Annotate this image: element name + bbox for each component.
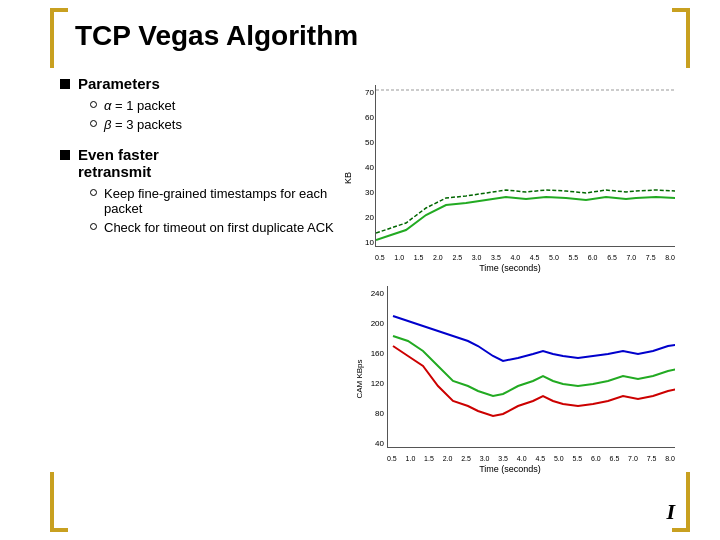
sub-bullet-circle-3 [90, 189, 97, 196]
sub-bullet-circle-1 [90, 101, 97, 108]
ytick: 60 [365, 113, 374, 122]
bullet-square-2 [60, 150, 70, 160]
ytick2: 80 [375, 409, 384, 418]
ytick2: 40 [375, 439, 384, 448]
retransmit-item-2: Check for timeout on first duplicate ACK [90, 220, 360, 235]
section-parameters-header: Parameters [60, 75, 360, 92]
ytick: 30 [365, 188, 374, 197]
chart2-svg [388, 286, 675, 447]
param-beta: β = 3 packets [90, 117, 360, 132]
bracket-top-right [672, 8, 690, 68]
bullet-square-1 [60, 79, 70, 89]
ytick2: 120 [371, 379, 384, 388]
chart2-xticks: 0.5 1.0 1.5 2.0 2.5 3.0 3.5 4.0 4.5 5.0 … [387, 455, 675, 462]
chart2-inner [387, 286, 675, 448]
ytick: 70 [365, 88, 374, 97]
sub-bullet-circle-2 [90, 120, 97, 127]
ytick: 50 [365, 138, 374, 147]
param-alpha: α = 1 packet [90, 98, 360, 113]
chart1-xticks: 0.5 1.0 1.5 2.0 2.5 3.0 3.5 4.0 4.5 5.0 … [375, 254, 675, 261]
ytick2: 240 [371, 289, 384, 298]
bracket-bottom-left [50, 472, 68, 532]
ytick: 20 [365, 213, 374, 222]
chart-kb: KB 70 60 50 40 30 20 10 0.5 1.0 [340, 80, 680, 275]
chart1-svg [376, 85, 675, 246]
chart1-inner [375, 85, 675, 247]
chart1-xlabel: Time (seconds) [479, 263, 541, 273]
bracket-top-left [50, 8, 68, 68]
sub-bullet-circle-4 [90, 223, 97, 230]
ytick2: 200 [371, 319, 384, 328]
charts-area: KB 70 60 50 40 30 20 10 0.5 1.0 [340, 80, 680, 476]
chart-cam: CAM KBps 240 200 160 120 80 40 0.5 1.0 [340, 281, 680, 476]
main-content: Parameters α = 1 packet β = 3 packets Ev… [60, 75, 360, 249]
ytick: 10 [365, 238, 374, 247]
footer-icon: I [666, 499, 675, 525]
ytick2: 160 [371, 349, 384, 358]
section-retransmit: Even fasterretransmit Keep fine-grained … [60, 146, 360, 235]
chart2-ylabel: CAM KBps [355, 359, 364, 398]
chart1-ylabel: KB [343, 171, 353, 183]
chart2-xlabel: Time (seconds) [479, 464, 541, 474]
retransmit-item-1: Keep fine-grained timestamps for each pa… [90, 186, 360, 216]
retransmit-sub-bullets: Keep fine-grained timestamps for each pa… [90, 186, 360, 235]
page-title: TCP Vegas Algorithm [75, 20, 358, 52]
section-parameters: Parameters α = 1 packet β = 3 packets [60, 75, 360, 132]
ytick: 40 [365, 163, 374, 172]
parameters-sub-bullets: α = 1 packet β = 3 packets [90, 98, 360, 132]
section-retransmit-header: Even fasterretransmit [60, 146, 360, 180]
